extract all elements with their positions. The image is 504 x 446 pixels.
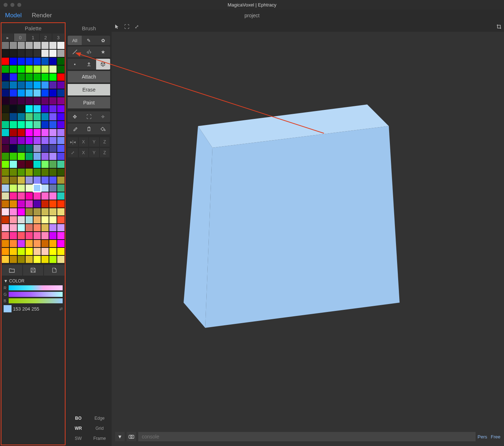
camera-icon[interactable] [127,432,136,441]
swatch[interactable] [25,208,33,216]
swatch[interactable] [33,105,41,113]
swatch[interactable] [33,160,41,168]
swatch[interactable] [1,184,9,192]
swatch[interactable] [25,232,33,240]
viewport[interactable]: ⛶ ⤢ ▼ Pers Free [112,22,504,446]
swatch[interactable] [33,247,41,255]
swatch[interactable] [17,89,25,97]
swatch[interactable] [33,97,41,105]
mode-paint[interactable]: Paint [68,97,110,108]
swatch[interactable] [57,113,65,121]
swatch[interactable] [9,105,17,113]
swatch[interactable] [33,255,41,263]
extrude-tool-icon[interactable] [82,59,96,70]
swatch[interactable] [41,247,49,255]
swap-colors-icon[interactable]: ⇄ [59,307,63,311]
palette-tab-0[interactable]: 0 [14,34,27,41]
swatch[interactable] [17,232,25,240]
swatch[interactable] [41,97,49,105]
swatch[interactable] [9,144,17,152]
swatch[interactable] [57,216,65,224]
swatch[interactable] [1,81,9,89]
swatch[interactable] [25,247,33,255]
swatch[interactable] [49,208,57,216]
tab-render[interactable]: Render [27,9,57,22]
swatch[interactable] [49,184,57,192]
swatch[interactable] [41,192,49,200]
swatch[interactable] [9,81,17,89]
swatch[interactable] [25,168,33,176]
swatch[interactable] [49,224,57,232]
swatch[interactable] [25,129,33,137]
swatch[interactable] [33,73,41,81]
swatch[interactable] [1,232,9,240]
swatch[interactable] [49,232,57,240]
swatch[interactable] [49,137,57,144]
swatch[interactable] [33,41,41,49]
swatch[interactable] [57,121,65,129]
swatch[interactable] [49,97,57,105]
swatch[interactable] [9,216,17,224]
swatch[interactable] [25,176,33,184]
swatch[interactable] [9,240,17,247]
camera-free[interactable]: Free [491,434,500,440]
swatch[interactable] [25,192,33,200]
swatch[interactable] [41,176,49,184]
star-tool-icon[interactable]: ★ [96,46,110,57]
swatch[interactable] [1,121,9,129]
swatch[interactable] [1,49,9,57]
swatch[interactable] [57,57,65,65]
eyedropper-icon[interactable] [68,124,82,134]
swatch[interactable] [9,247,17,255]
swatch[interactable] [49,81,57,89]
swatch[interactable] [57,81,65,89]
swatch[interactable] [9,208,17,216]
close-window[interactable] [4,3,8,7]
swatch[interactable] [9,57,17,65]
swatch[interactable] [17,160,25,168]
swatch[interactable] [41,81,49,89]
mirror-y[interactable]: Y [89,137,100,147]
mirror-icon[interactable]: ▸|◂ [68,137,78,147]
swatch[interactable] [33,176,41,184]
swatch[interactable] [33,89,41,97]
swatch[interactable] [41,216,49,224]
project-name[interactable]: project [244,13,260,18]
swatch[interactable] [17,144,25,152]
swatch[interactable] [49,168,57,176]
swatch[interactable] [49,57,57,65]
swatch[interactable] [25,41,33,49]
swatch[interactable] [33,192,41,200]
swatch[interactable] [9,89,17,97]
swatch[interactable] [49,105,57,113]
mirror-z[interactable]: Z [100,137,111,147]
swatch[interactable] [41,57,49,65]
swatch[interactable] [9,152,17,160]
swatch[interactable] [49,247,57,255]
swatch[interactable] [41,160,49,168]
swatch[interactable] [9,49,17,57]
brush-filter-all[interactable]: All [68,36,82,45]
camera-pers[interactable]: Pers [478,434,487,440]
select-tool-icon[interactable]: ⛶ [82,111,96,122]
swatch[interactable] [1,65,9,73]
swatch[interactable] [25,216,33,224]
swatch[interactable] [1,144,9,152]
swatch[interactable] [57,97,65,105]
swatch[interactable] [41,113,49,121]
swatch[interactable] [17,129,25,137]
mirror-x[interactable]: X [78,137,89,147]
swatch[interactable] [25,152,33,160]
code-tool-icon[interactable]: ‹/› [82,46,96,57]
swatch[interactable] [25,137,33,144]
swatch[interactable] [57,224,65,232]
swatch[interactable] [49,41,57,49]
opt-grid[interactable]: Grid [89,424,110,433]
swatch[interactable] [17,224,25,232]
swatch[interactable] [41,208,49,216]
swatch[interactable] [25,200,33,208]
swatch[interactable] [1,73,9,81]
b-slider[interactable] [9,298,63,303]
swatch[interactable] [57,89,65,97]
swatch[interactable] [9,176,17,184]
